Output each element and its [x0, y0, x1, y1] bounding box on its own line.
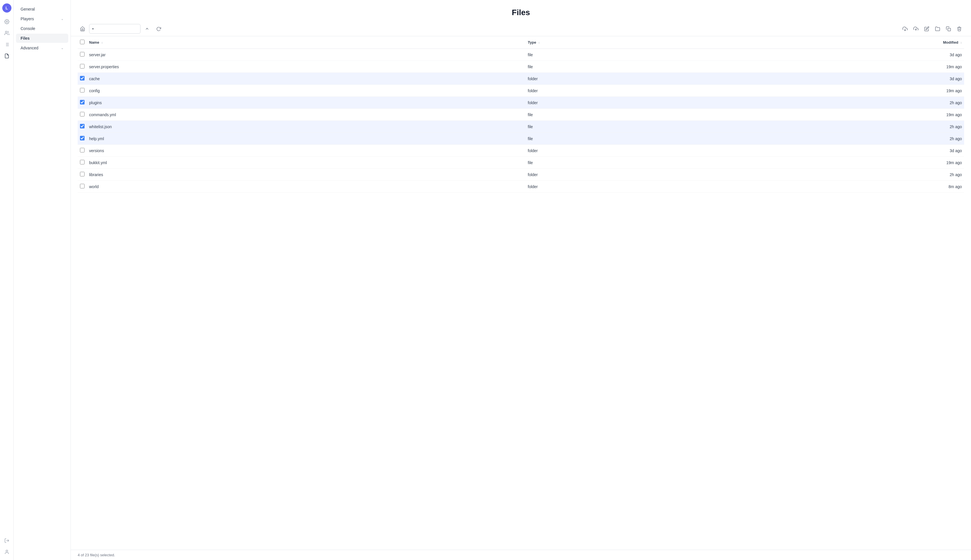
file-type: folder	[526, 73, 701, 85]
rename-button[interactable]	[922, 24, 932, 34]
file-name: server.properties	[87, 61, 526, 73]
file-type: file	[526, 109, 701, 121]
row-checkbox[interactable]	[80, 160, 85, 164]
copy-button[interactable]	[944, 24, 953, 34]
file-type: folder	[526, 97, 701, 109]
file-modified: 19m ago	[701, 61, 964, 73]
type-sort-icon: ↕	[538, 41, 540, 44]
svg-point-9	[6, 550, 8, 552]
delete-button[interactable]	[954, 24, 964, 34]
table-row: server.jar file 3d ago	[78, 49, 964, 61]
file-name: server.jar	[87, 49, 526, 61]
sidebar-item-label: Players	[20, 17, 34, 21]
up-button[interactable]	[142, 24, 152, 34]
file-type: file	[526, 61, 701, 73]
row-checkbox[interactable]	[80, 136, 85, 140]
file-table-container: Name ↕ Type ↕ Modified ↕ server.jar file	[71, 36, 971, 550]
user-profile-icon[interactable]	[2, 547, 12, 557]
status-text: 4 of 23 file(s) selected.	[78, 553, 115, 557]
row-checkbox[interactable]	[80, 124, 85, 128]
select-all-checkbox[interactable]	[80, 40, 85, 44]
sidebar: General Players ⌄ Console Files Advanced…	[14, 0, 71, 560]
file-name: plugins	[87, 97, 526, 109]
file-name: config	[87, 85, 526, 97]
name-column-header[interactable]: Name	[89, 40, 99, 45]
page-title: Files	[71, 0, 971, 22]
icon-bar: L	[0, 0, 14, 560]
sidebar-item-files[interactable]: Files	[16, 34, 68, 43]
main-content: Files	[71, 0, 971, 560]
file-modified: 3d ago	[701, 73, 964, 85]
table-row: server.properties file 19m ago	[78, 61, 964, 73]
table-row: whitelist.json file 2h ago	[78, 121, 964, 133]
file-type: file	[526, 121, 701, 133]
toolbar	[71, 22, 971, 36]
sidebar-item-console[interactable]: Console	[16, 24, 68, 33]
sidebar-item-label: Console	[20, 26, 35, 31]
table-row: commands.yml file 19m ago	[78, 109, 964, 121]
download-button[interactable]	[900, 24, 910, 34]
file-table: Name ↕ Type ↕ Modified ↕ server.jar file	[78, 36, 964, 193]
type-column-header[interactable]: Type	[528, 40, 536, 45]
toolbar-actions	[900, 24, 964, 34]
table-row: cache folder 3d ago	[78, 73, 964, 85]
move-button[interactable]	[933, 24, 943, 34]
settings-icon[interactable]	[2, 17, 12, 26]
row-checkbox[interactable]	[80, 100, 85, 105]
row-checkbox[interactable]	[80, 148, 85, 152]
svg-rect-12	[948, 28, 951, 31]
file-modified: 3d ago	[701, 145, 964, 157]
table-row: plugins folder 2h ago	[78, 97, 964, 109]
upload-button[interactable]	[911, 24, 921, 34]
logout-icon[interactable]	[2, 536, 12, 545]
file-modified: 2h ago	[701, 121, 964, 133]
row-checkbox[interactable]	[80, 172, 85, 177]
file-modified: 2h ago	[701, 169, 964, 181]
row-checkbox[interactable]	[80, 184, 85, 188]
home-button[interactable]	[78, 24, 87, 34]
users-icon[interactable]	[2, 28, 12, 38]
refresh-button[interactable]	[153, 24, 164, 34]
path-input[interactable]	[89, 24, 140, 34]
row-checkbox[interactable]	[80, 112, 85, 117]
modified-column-header[interactable]: Modified	[943, 40, 958, 45]
row-checkbox[interactable]	[80, 76, 85, 80]
files-icon[interactable]	[2, 52, 12, 60]
file-name: world	[87, 181, 526, 193]
file-name: help.yml	[87, 133, 526, 145]
sidebar-item-label: Files	[20, 36, 30, 40]
file-modified: 2h ago	[701, 133, 964, 145]
table-row: versions folder 3d ago	[78, 145, 964, 157]
file-type: file	[526, 157, 701, 169]
file-type: folder	[526, 145, 701, 157]
file-name: commands.yml	[87, 109, 526, 121]
row-checkbox[interactable]	[80, 88, 85, 92]
sidebar-item-label: General	[20, 7, 35, 12]
file-modified: 19m ago	[701, 109, 964, 121]
svg-point-1	[5, 31, 7, 33]
sidebar-item-advanced[interactable]: Advanced ⌄	[16, 43, 68, 53]
file-type: folder	[526, 85, 701, 97]
row-checkbox[interactable]	[80, 64, 85, 68]
table-row: world folder 8m ago	[78, 181, 964, 193]
svg-point-0	[6, 21, 7, 23]
file-type: file	[526, 133, 701, 145]
status-bar: 4 of 23 file(s) selected.	[71, 550, 971, 560]
row-checkbox[interactable]	[80, 52, 85, 57]
chevron-down-icon: ⌄	[61, 17, 64, 21]
file-modified: 19m ago	[701, 85, 964, 97]
file-name: libraries	[87, 169, 526, 181]
table-row: help.yml file 2h ago	[78, 133, 964, 145]
modified-sort-icon: ↕	[961, 41, 962, 44]
sidebar-item-players[interactable]: Players ⌄	[16, 14, 68, 23]
file-type: file	[526, 49, 701, 61]
file-name: cache	[87, 73, 526, 85]
file-modified: 2h ago	[701, 97, 964, 109]
chevron-down-icon: ⌄	[61, 46, 64, 50]
file-modified: 8m ago	[701, 181, 964, 193]
sidebar-item-general[interactable]: General	[16, 5, 68, 14]
file-type: folder	[526, 181, 701, 193]
table-row: config folder 19m ago	[78, 85, 964, 97]
name-sort-icon: ↕	[102, 41, 103, 44]
list-icon[interactable]	[2, 40, 12, 49]
